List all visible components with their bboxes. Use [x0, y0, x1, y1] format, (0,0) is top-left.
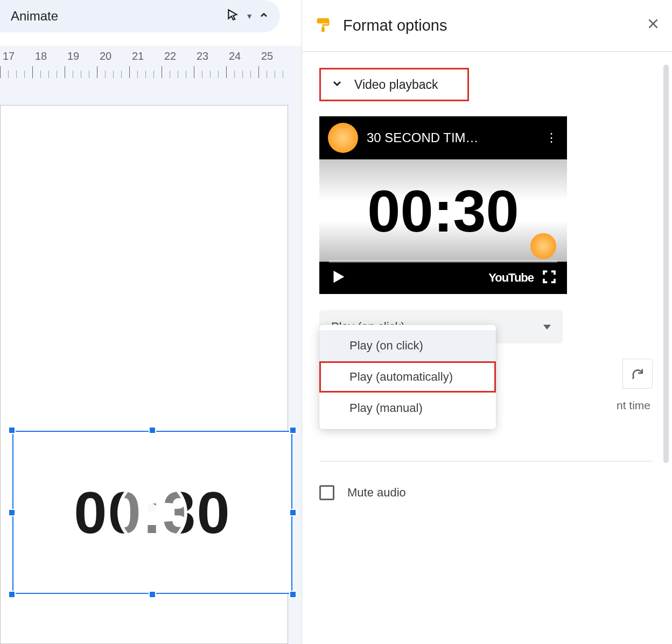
cursor-dropdown-caret-icon[interactable]: ▼ [246, 12, 253, 20]
resize-handle-tm[interactable] [149, 426, 156, 434]
play-overlay-icon[interactable] [117, 478, 187, 548]
toolbar: Animate ▼ [0, 0, 280, 32]
youtube-preview[interactable]: 30 SECOND TIM… ⋮ 00:30 YouTube [319, 116, 567, 294]
animate-button[interactable]: Animate [11, 9, 226, 24]
ruler-mark: 18 [35, 50, 47, 62]
youtube-play-icon[interactable] [329, 268, 347, 288]
youtube-timer-text: 00:30 [367, 177, 519, 245]
channel-watermark-icon[interactable] [530, 233, 556, 259]
resize-handle-ml[interactable] [8, 509, 16, 516]
ruler-mark: 20 [100, 50, 111, 62]
resize-handle-mr[interactable] [289, 509, 297, 516]
mute-audio-checkbox[interactable] [319, 485, 334, 500]
youtube-logo[interactable]: YouTube [488, 271, 534, 285]
playback-option-on-click[interactable]: Play (on click) [319, 330, 496, 361]
close-sidebar-button[interactable] [646, 17, 660, 34]
reset-time-button[interactable] [622, 359, 653, 389]
mute-audio-label: Mute audio [347, 486, 406, 500]
resize-handle-tr[interactable] [289, 426, 297, 434]
ruler-mark: 24 [229, 50, 241, 62]
sidebar-header: Format options [302, 0, 672, 51]
resize-handle-br[interactable] [289, 591, 297, 598]
chevron-down-icon [331, 77, 344, 92]
ruler-mark: 19 [67, 50, 79, 62]
paint-roller-icon [314, 15, 332, 36]
playback-option-manual[interactable]: Play (manual) [319, 393, 496, 424]
mute-audio-row: Mute audio [319, 485, 406, 500]
section-divider [319, 461, 653, 461]
channel-avatar-icon[interactable] [328, 123, 358, 153]
youtube-progress-bar[interactable] [329, 260, 557, 263]
video-playback-section-header[interactable]: Video playback [319, 68, 469, 101]
section-title: Video playback [354, 78, 438, 92]
collapse-chevron-up-icon[interactable] [258, 10, 269, 23]
resize-handle-bm[interactable] [149, 591, 156, 598]
playback-mode-menu: Play (on click) Play (automatically) Pla… [319, 325, 496, 429]
ruler-mark: 22 [164, 50, 176, 62]
sidebar-title: Format options [343, 17, 646, 34]
selected-video-object[interactable]: 00:30 [12, 431, 292, 594]
format-options-sidebar: Format options Video playback 30 SECOND … [302, 0, 672, 644]
ruler-mark: 25 [261, 50, 273, 62]
playback-option-automatically[interactable]: Play (automatically) [319, 361, 496, 393]
horizontal-ruler: 17 18 19 20 21 22 23 24 25 [0, 46, 302, 78]
youtube-menu-icon[interactable]: ⋮ [545, 131, 558, 145]
youtube-video-title: 30 SECOND TIM… [367, 130, 537, 145]
youtube-controls: YouTube [319, 262, 567, 294]
cursor-icon[interactable] [226, 8, 240, 24]
ruler-mark: 23 [197, 50, 208, 62]
video-thumbnail: 00:30 [12, 431, 292, 594]
resize-handle-bl[interactable] [8, 591, 16, 598]
toolbar-right-icons: ▼ [226, 8, 269, 24]
sidebar-scrollbar[interactable] [663, 65, 669, 463]
current-time-label-tail: nt time [617, 399, 650, 412]
youtube-body: 00:30 [319, 159, 567, 262]
dropdown-caret-icon [543, 325, 551, 330]
sidebar-body: Video playback 30 SECOND TIM… ⋮ 00:30 Yo… [302, 52, 672, 354]
youtube-fullscreen-icon[interactable] [541, 269, 557, 287]
ruler-mark: 21 [132, 50, 144, 62]
resize-handle-tl[interactable] [8, 426, 16, 434]
youtube-top-bar: 30 SECOND TIM… ⋮ [319, 116, 567, 159]
ruler-mark: 17 [3, 50, 15, 62]
editor-left-area: Animate ▼ 17 18 19 20 21 22 23 24 25 00:… [0, 0, 302, 644]
